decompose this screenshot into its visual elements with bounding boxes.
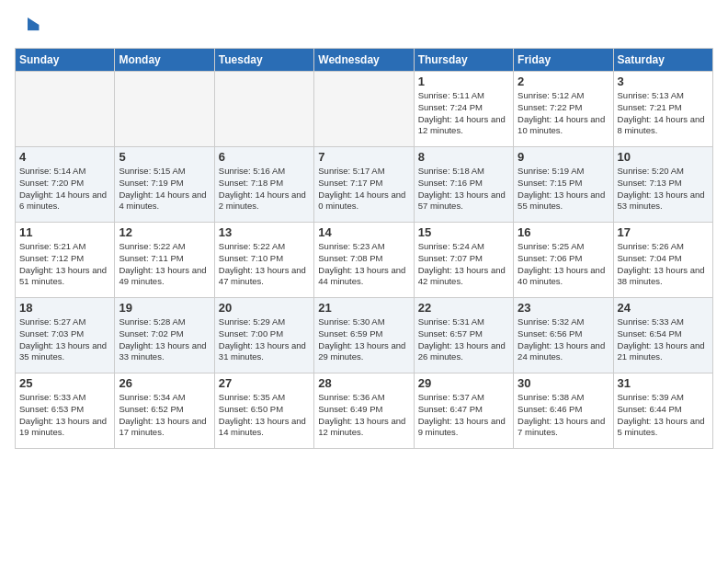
day-info: Sunrise: 5:23 AMSunset: 7:08 PMDaylight:… [318,241,409,288]
header-sunday: Sunday [16,49,115,72]
calendar-cell: 11Sunrise: 5:21 AMSunset: 7:12 PMDayligh… [16,223,115,298]
header-row: SundayMondayTuesdayWednesdayThursdayFrid… [16,49,713,72]
calendar-cell: 3Sunrise: 5:13 AMSunset: 7:21 PMDaylight… [613,72,712,147]
day-info: Sunrise: 5:22 AMSunset: 7:10 PMDaylight:… [219,241,310,288]
day-info: Sunrise: 5:30 AMSunset: 6:59 PMDaylight:… [318,316,409,363]
week-row-3: 11Sunrise: 5:21 AMSunset: 7:12 PMDayligh… [16,223,713,298]
day-info: Sunrise: 5:16 AMSunset: 7:18 PMDaylight:… [219,166,310,213]
calendar-cell: 20Sunrise: 5:29 AMSunset: 7:00 PMDayligh… [214,298,313,373]
calendar-cell: 4Sunrise: 5:14 AMSunset: 7:20 PMDaylight… [16,147,115,223]
day-number: 28 [318,376,409,390]
day-number: 2 [518,75,609,88]
header-saturday: Saturday [613,49,712,72]
calendar-cell: 28Sunrise: 5:36 AMSunset: 6:49 PMDayligh… [314,373,414,449]
calendar-cell: 6Sunrise: 5:16 AMSunset: 7:18 PMDaylight… [214,147,313,223]
day-number: 17 [618,225,709,239]
calendar-cell: 16Sunrise: 5:25 AMSunset: 7:06 PMDayligh… [514,223,613,298]
week-row-5: 25Sunrise: 5:33 AMSunset: 6:53 PMDayligh… [16,373,713,449]
day-number: 13 [219,225,310,239]
logo [15,15,44,40]
day-number: 16 [518,225,609,239]
day-info: Sunrise: 5:20 AMSunset: 7:13 PMDaylight:… [618,166,709,213]
day-info: Sunrise: 5:13 AMSunset: 7:21 PMDaylight:… [618,90,709,137]
day-number: 26 [119,376,210,390]
day-number: 10 [618,150,709,164]
day-info: Sunrise: 5:17 AMSunset: 7:17 PMDaylight:… [318,166,409,213]
day-number: 22 [418,301,509,315]
page-header [15,15,713,40]
calendar-cell: 7Sunrise: 5:17 AMSunset: 7:17 PMDaylight… [314,147,414,223]
week-row-4: 18Sunrise: 5:27 AMSunset: 7:03 PMDayligh… [16,298,713,373]
calendar-cell: 2Sunrise: 5:12 AMSunset: 7:22 PMDaylight… [514,72,613,147]
day-number: 18 [19,301,110,315]
calendar-cell [16,72,115,147]
svg-marker-2 [28,25,39,30]
day-info: Sunrise: 5:34 AMSunset: 6:52 PMDaylight:… [119,392,210,439]
day-info: Sunrise: 5:15 AMSunset: 7:19 PMDaylight:… [119,166,210,213]
calendar-cell: 30Sunrise: 5:38 AMSunset: 6:46 PMDayligh… [514,373,613,449]
calendar-cell: 14Sunrise: 5:23 AMSunset: 7:08 PMDayligh… [314,223,414,298]
day-number: 11 [19,225,110,239]
day-number: 24 [618,301,709,315]
day-info: Sunrise: 5:39 AMSunset: 6:44 PMDaylight:… [618,392,709,439]
day-info: Sunrise: 5:26 AMSunset: 7:04 PMDaylight:… [618,241,709,288]
calendar-cell: 31Sunrise: 5:39 AMSunset: 6:44 PMDayligh… [613,373,712,449]
day-info: Sunrise: 5:24 AMSunset: 7:07 PMDaylight:… [418,241,509,288]
day-number: 23 [518,301,609,315]
day-number: 6 [219,150,310,164]
calendar-cell: 15Sunrise: 5:24 AMSunset: 7:07 PMDayligh… [414,223,513,298]
day-info: Sunrise: 5:27 AMSunset: 7:03 PMDaylight:… [19,316,110,363]
header-tuesday: Tuesday [214,49,313,72]
calendar-cell: 9Sunrise: 5:19 AMSunset: 7:15 PMDaylight… [514,147,613,223]
day-number: 12 [119,225,210,239]
day-info: Sunrise: 5:36 AMSunset: 6:49 PMDaylight:… [318,392,409,439]
logo-icon [15,15,40,40]
calendar-cell [115,72,214,147]
day-info: Sunrise: 5:37 AMSunset: 6:47 PMDaylight:… [418,392,509,439]
day-info: Sunrise: 5:21 AMSunset: 7:12 PMDaylight:… [19,241,110,288]
header-monday: Monday [115,49,214,72]
day-number: 30 [518,376,609,390]
day-info: Sunrise: 5:35 AMSunset: 6:50 PMDaylight:… [219,392,310,439]
day-number: 15 [418,225,509,239]
day-info: Sunrise: 5:12 AMSunset: 7:22 PMDaylight:… [518,90,609,137]
calendar-cell [314,72,414,147]
day-info: Sunrise: 5:18 AMSunset: 7:16 PMDaylight:… [418,166,509,213]
day-number: 14 [318,225,409,239]
calendar-cell: 8Sunrise: 5:18 AMSunset: 7:16 PMDaylight… [414,147,513,223]
week-row-2: 4Sunrise: 5:14 AMSunset: 7:20 PMDaylight… [16,147,713,223]
calendar-cell: 5Sunrise: 5:15 AMSunset: 7:19 PMDaylight… [115,147,214,223]
day-number: 4 [19,150,110,164]
day-number: 9 [518,150,609,164]
calendar-table: SundayMondayTuesdayWednesdayThursdayFrid… [15,48,713,449]
day-info: Sunrise: 5:28 AMSunset: 7:02 PMDaylight:… [119,316,210,363]
calendar-cell: 27Sunrise: 5:35 AMSunset: 6:50 PMDayligh… [214,373,313,449]
day-info: Sunrise: 5:11 AMSunset: 7:24 PMDaylight:… [418,90,509,137]
day-number: 3 [618,75,709,88]
header-wednesday: Wednesday [314,49,414,72]
calendar-cell: 19Sunrise: 5:28 AMSunset: 7:02 PMDayligh… [115,298,214,373]
day-number: 21 [318,301,409,315]
calendar-cell: 26Sunrise: 5:34 AMSunset: 6:52 PMDayligh… [115,373,214,449]
day-info: Sunrise: 5:38 AMSunset: 6:46 PMDaylight:… [518,392,609,439]
day-number: 27 [219,376,310,390]
calendar-cell: 10Sunrise: 5:20 AMSunset: 7:13 PMDayligh… [613,147,712,223]
calendar-cell: 17Sunrise: 5:26 AMSunset: 7:04 PMDayligh… [613,223,712,298]
calendar-cell: 21Sunrise: 5:30 AMSunset: 6:59 PMDayligh… [314,298,414,373]
calendar-cell: 13Sunrise: 5:22 AMSunset: 7:10 PMDayligh… [214,223,313,298]
day-info: Sunrise: 5:14 AMSunset: 7:20 PMDaylight:… [19,166,110,213]
day-info: Sunrise: 5:32 AMSunset: 6:56 PMDaylight:… [518,316,609,363]
week-row-1: 1Sunrise: 5:11 AMSunset: 7:24 PMDaylight… [16,72,713,147]
day-number: 29 [418,376,509,390]
day-info: Sunrise: 5:29 AMSunset: 7:00 PMDaylight:… [219,316,310,363]
day-info: Sunrise: 5:22 AMSunset: 7:11 PMDaylight:… [119,241,210,288]
calendar-cell: 12Sunrise: 5:22 AMSunset: 7:11 PMDayligh… [115,223,214,298]
day-number: 31 [618,376,709,390]
day-info: Sunrise: 5:25 AMSunset: 7:06 PMDaylight:… [518,241,609,288]
day-info: Sunrise: 5:33 AMSunset: 6:54 PMDaylight:… [618,316,709,363]
day-info: Sunrise: 5:31 AMSunset: 6:57 PMDaylight:… [418,316,509,363]
day-number: 5 [119,150,210,164]
calendar-cell: 22Sunrise: 5:31 AMSunset: 6:57 PMDayligh… [414,298,513,373]
day-number: 25 [19,376,110,390]
calendar-cell: 18Sunrise: 5:27 AMSunset: 7:03 PMDayligh… [16,298,115,373]
